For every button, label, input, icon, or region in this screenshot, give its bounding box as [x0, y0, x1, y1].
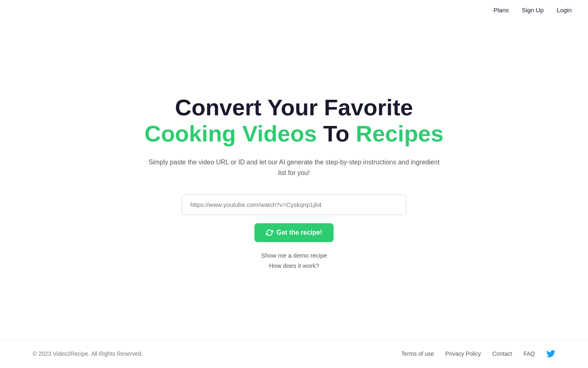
hero-title-recipes: Recipes — [356, 121, 443, 146]
site-footer: © 2023 Video2Recipe. All Rights Reserved… — [0, 339, 588, 368]
hero-subtitle: Simply paste the video URL or ID and let… — [147, 157, 441, 178]
get-recipe-button[interactable]: Get the recipe! — [254, 223, 334, 242]
footer-privacy-link[interactable]: Privacy Policy — [445, 350, 481, 357]
main-content: Convert Your Favorite Cooking Videos To … — [0, 20, 588, 339]
hero-title: Convert Your Favorite Cooking Videos To … — [145, 95, 443, 148]
url-input-container — [182, 194, 406, 215]
footer-links: Terms of use Privacy Policy Contact FAQ — [401, 349, 555, 358]
footer-copyright: © 2023 Video2Recipe. All Rights Reserved… — [33, 350, 143, 357]
url-input[interactable] — [182, 194, 406, 215]
nav-login[interactable]: Login — [557, 7, 572, 13]
nav-plans[interactable]: Plans — [493, 7, 509, 13]
twitter-icon[interactable] — [546, 349, 555, 358]
footer-terms-link[interactable]: Terms of use — [401, 350, 434, 357]
nav-signup[interactable]: Sign Up — [522, 7, 543, 13]
get-recipe-label: Get the recipe! — [276, 229, 322, 236]
hero-title-to: To — [317, 121, 356, 146]
footer-contact-link[interactable]: Contact — [492, 350, 512, 357]
hero-title-cooking-videos: Cooking Videos — [145, 121, 317, 146]
how-it-works-link[interactable]: How does it work? — [269, 262, 319, 269]
demo-recipe-link[interactable]: Show me a demo recipe — [261, 252, 327, 259]
site-header: Plans Sign Up Login — [0, 0, 588, 20]
hero-title-line2: Cooking Videos To Recipes — [145, 120, 443, 147]
footer-faq-link[interactable]: FAQ — [523, 350, 535, 357]
refresh-icon — [266, 229, 273, 236]
hero-title-line1: Convert Your Favorite — [145, 95, 443, 120]
